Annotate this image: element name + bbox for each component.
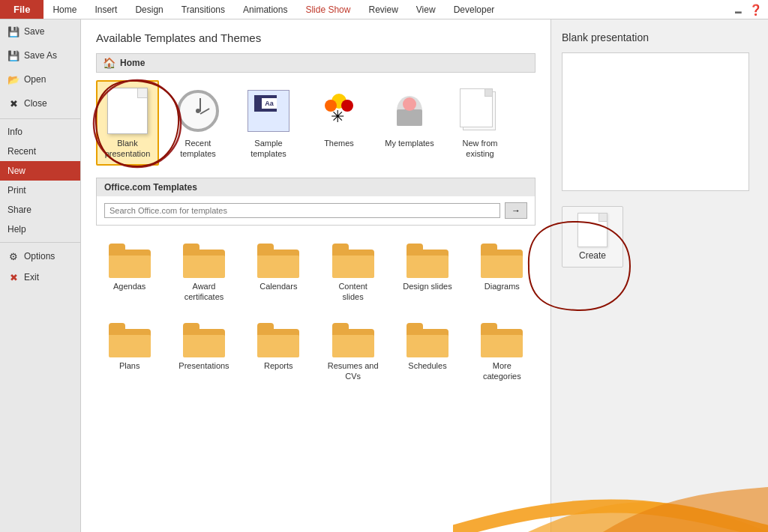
template-sample-label: Sampletemplates: [250, 138, 286, 160]
folder-plans-label: Plans: [119, 360, 140, 371]
sidebar: 💾 Save 💾 Save As 📂 Open ✖ Close Info Rec…: [0, 19, 81, 532]
open-icon: 📂: [8, 73, 20, 85]
folder-resumes[interactable]: Resumes andCVs: [320, 317, 386, 388]
my-templates-icon: [387, 86, 432, 135]
recent-templates-icon: [176, 86, 220, 135]
sidebar-divider-1: [0, 118, 80, 119]
templates-row: Blankpresentation Recenttemplates: [96, 80, 536, 166]
sidebar-new[interactable]: New: [0, 161, 80, 181]
folder-plans[interactable]: Plans: [96, 317, 163, 388]
template-blank[interactable]: Blankpresentation: [96, 80, 159, 166]
folder-diagrams-label: Diagrams: [484, 281, 520, 291]
sidebar-open[interactable]: 📂 Open: [0, 67, 80, 91]
file-tab[interactable]: File: [0, 0, 44, 19]
menu-transitions[interactable]: Transitions: [172, 0, 234, 19]
office-section: Office.com Templates →: [96, 178, 536, 226]
sidebar-close[interactable]: ✖ Close: [0, 91, 80, 115]
folder-schedules-icon: [406, 323, 448, 357]
folder-presentations[interactable]: Presentations: [170, 317, 237, 388]
folder-more[interactable]: Morecategories: [469, 317, 536, 388]
menu-insert[interactable]: Insert: [86, 0, 126, 19]
close-icon: ✖: [8, 97, 20, 109]
folder-calendars-label: Calendars: [260, 281, 297, 291]
search-row: →: [97, 196, 535, 225]
create-label: Create: [579, 250, 606, 261]
sidebar-share[interactable]: Share: [0, 200, 80, 220]
folder-award-label: Awardcertificates: [184, 281, 224, 303]
save-icon: 💾: [8, 25, 20, 37]
folder-more-label: Morecategories: [483, 360, 521, 382]
menu-developer[interactable]: Developer: [445, 0, 504, 19]
nav-bar: 🏠 Home: [96, 53, 536, 73]
create-icon: [578, 213, 608, 247]
folder-diagrams-icon: [481, 244, 523, 278]
right-panel-title: Blank presentation: [562, 31, 649, 43]
sidebar-options[interactable]: ⚙ Options: [0, 246, 80, 267]
sample-templates-icon: Aa: [246, 86, 291, 135]
template-themes[interactable]: ✳ Themes: [308, 80, 370, 166]
folder-award[interactable]: Awardcertificates: [170, 238, 237, 309]
sidebar-help[interactable]: Help: [0, 220, 80, 239]
folder-reports-icon: [257, 323, 299, 357]
office-section-label: Office.com Templates: [104, 182, 197, 193]
template-new-from-label: New fromexisting: [462, 138, 497, 160]
right-panel: Blank presentation Create: [550, 19, 768, 532]
sidebar-saveas[interactable]: 💾 Save As: [0, 43, 80, 67]
folder-calendars[interactable]: Calendars: [245, 238, 312, 309]
search-button[interactable]: →: [505, 202, 527, 219]
template-recent[interactable]: Recenttemplates: [166, 80, 230, 166]
template-my[interactable]: My templates: [378, 80, 441, 166]
folder-calendars-icon: [257, 244, 299, 278]
folder-design-icon: [406, 244, 448, 278]
main-content: Available Templates and Themes 🏠 Home Bl…: [81, 19, 550, 532]
menubar: File Home Insert Design Transitions Anim…: [0, 0, 768, 19]
folder-design[interactable]: Design slides: [394, 238, 460, 309]
menu-review[interactable]: Review: [359, 0, 406, 19]
template-sample[interactable]: Aa Sampletemplates: [237, 80, 300, 166]
folder-presentations-icon: [183, 323, 225, 357]
folder-plans-icon: [109, 323, 151, 357]
sidebar-recent[interactable]: Recent: [0, 142, 80, 161]
search-input[interactable]: [104, 203, 500, 218]
folder-award-icon: [183, 244, 225, 278]
folder-reports[interactable]: Reports: [245, 317, 312, 388]
folder-schedules-label: Schedules: [408, 360, 446, 371]
options-icon: ⚙: [8, 250, 20, 262]
folder-design-label: Design slides: [403, 281, 452, 291]
folder-diagrams[interactable]: Diagrams: [469, 238, 536, 309]
home-icon[interactable]: 🏠: [103, 57, 116, 69]
themes-icon: ✳: [316, 86, 362, 135]
folder-grid-row2: Plans Presentations Re: [96, 317, 536, 388]
menubar-controls: 🗕 ❓: [733, 0, 768, 19]
sidebar-exit[interactable]: ✖ Exit: [0, 267, 80, 288]
folder-agendas[interactable]: Agendas: [96, 238, 163, 309]
help-icon[interactable]: ❓: [749, 4, 762, 16]
menu-design[interactable]: Design: [126, 0, 172, 19]
menu-animations[interactable]: Animations: [234, 0, 296, 19]
blank-presentation-icon: [105, 86, 150, 135]
template-my-label: My templates: [385, 138, 434, 148]
sidebar-print[interactable]: Print: [0, 181, 80, 200]
create-button[interactable]: Create: [562, 206, 623, 267]
template-themes-label: Themes: [324, 138, 354, 148]
minimize-icon[interactable]: 🗕: [733, 4, 743, 16]
folder-reports-label: Reports: [264, 360, 293, 371]
sidebar-info[interactable]: Info: [0, 122, 80, 142]
menu-slideshow[interactable]: Slide Show: [296, 0, 359, 19]
saveas-icon: 💾: [8, 49, 20, 61]
menu-home[interactable]: Home: [44, 0, 86, 19]
menu-view[interactable]: View: [407, 0, 445, 19]
nav-home-label[interactable]: Home: [120, 58, 145, 68]
folder-schedules[interactable]: Schedules: [394, 317, 460, 388]
preview-box: [562, 52, 749, 191]
sidebar-divider-2: [0, 242, 80, 243]
template-new-from[interactable]: New fromexisting: [448, 80, 512, 166]
folder-agendas-icon: [109, 244, 151, 278]
page-title: Available Templates and Themes: [96, 31, 536, 44]
exit-icon: ✖: [8, 271, 20, 283]
sidebar-save[interactable]: 💾 Save: [0, 19, 80, 43]
folder-content-label: Contentslides: [338, 281, 368, 303]
folder-content[interactable]: Contentslides: [320, 238, 386, 309]
office-header: Office.com Templates: [97, 178, 535, 196]
folder-resumes-icon: [332, 323, 374, 357]
